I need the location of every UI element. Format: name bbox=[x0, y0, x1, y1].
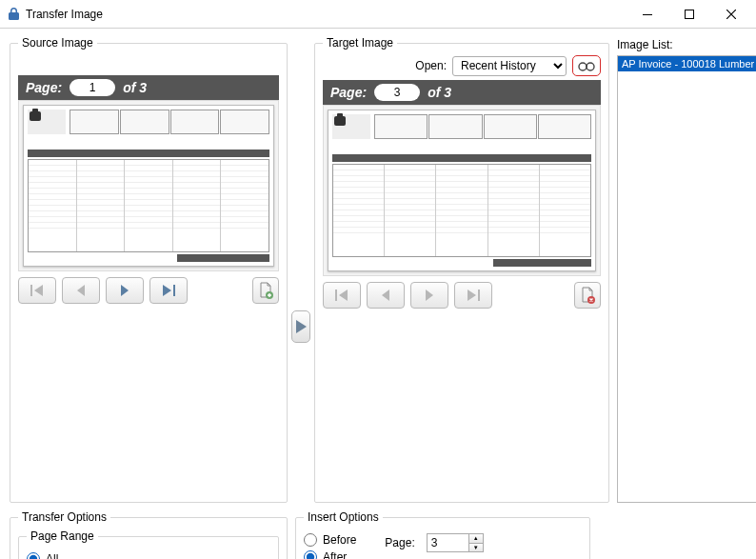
insert-before-label: Before bbox=[323, 533, 356, 547]
insert-after-label: After bbox=[323, 550, 347, 559]
insert-before-radio[interactable] bbox=[304, 533, 317, 547]
source-last-page-button[interactable] bbox=[149, 277, 188, 304]
insert-options-legend: Insert Options bbox=[304, 510, 383, 524]
svg-marker-16 bbox=[468, 289, 476, 301]
transfer-options-legend: Transfer Options bbox=[18, 510, 110, 524]
target-last-page-button[interactable] bbox=[454, 282, 492, 309]
target-next-page-button[interactable] bbox=[410, 282, 448, 309]
minimize-button[interactable] bbox=[627, 1, 668, 28]
view-button[interactable] bbox=[572, 55, 601, 76]
svg-rect-2 bbox=[30, 285, 32, 296]
source-preview bbox=[18, 100, 279, 271]
svg-point-10 bbox=[579, 63, 587, 70]
insert-page-label: Page: bbox=[385, 536, 414, 549]
svg-rect-1 bbox=[686, 10, 694, 18]
binoculars-icon bbox=[578, 60, 595, 71]
svg-point-11 bbox=[587, 63, 594, 70]
transfer-arrow-icon bbox=[291, 310, 310, 343]
insert-after-radio[interactable] bbox=[304, 550, 317, 559]
page-range-all-label: All bbox=[46, 552, 58, 559]
recent-history-select[interactable]: Recent History bbox=[452, 56, 567, 76]
insert-options-group: Insert Options Before After Page: bbox=[295, 510, 590, 559]
target-first-page-button[interactable] bbox=[323, 282, 361, 309]
target-preview bbox=[323, 105, 601, 276]
insert-page-step-down[interactable]: ▼ bbox=[469, 544, 483, 552]
target-page-of: of 3 bbox=[428, 85, 451, 100]
source-add-page-button[interactable] bbox=[252, 277, 279, 304]
svg-marker-5 bbox=[121, 285, 129, 296]
target-remove-page-button[interactable] bbox=[574, 282, 601, 309]
window-title: Transfer Image bbox=[26, 8, 627, 21]
image-list[interactable]: AP Invoice - 100018 Lumber Cuts bbox=[617, 55, 756, 503]
target-image-group: Target Image Open: Recent History Page: … bbox=[314, 36, 609, 503]
transfer-options-group: Transfer Options Page Range All Current … bbox=[10, 510, 288, 559]
lock-icon bbox=[8, 7, 20, 21]
maximize-button[interactable] bbox=[668, 1, 710, 28]
title-bar: Transfer Image bbox=[0, 0, 756, 29]
target-page-label: Page: bbox=[330, 85, 367, 100]
svg-marker-13 bbox=[339, 289, 348, 301]
list-item[interactable]: AP Invoice - 100018 Lumber Cuts bbox=[618, 56, 756, 71]
source-next-page-button[interactable] bbox=[106, 277, 144, 304]
target-page-number: 3 bbox=[374, 84, 420, 101]
svg-marker-6 bbox=[163, 285, 171, 296]
page-range-all-radio[interactable] bbox=[27, 552, 40, 559]
source-page-of: of 3 bbox=[123, 80, 147, 95]
source-first-page-button[interactable] bbox=[18, 277, 56, 304]
close-button[interactable] bbox=[710, 1, 752, 28]
source-prev-page-button[interactable] bbox=[62, 277, 100, 304]
insert-page-input[interactable] bbox=[427, 533, 468, 552]
insert-page-step-up[interactable]: ▲ bbox=[469, 534, 483, 544]
target-prev-page-button[interactable] bbox=[367, 282, 405, 309]
svg-rect-17 bbox=[478, 289, 480, 301]
svg-rect-0 bbox=[643, 14, 652, 15]
svg-marker-3 bbox=[34, 285, 43, 296]
target-page-bar: Page: 3 of 3 bbox=[323, 80, 601, 105]
page-range-legend: Page Range bbox=[27, 529, 98, 543]
source-image-group: Source Image Page: 1 of 3 bbox=[10, 36, 288, 503]
svg-marker-9 bbox=[296, 320, 307, 333]
svg-rect-12 bbox=[335, 289, 337, 301]
page-range-group: Page Range All Current Page Pages from t… bbox=[18, 529, 279, 559]
svg-marker-14 bbox=[382, 289, 389, 301]
target-legend: Target Image bbox=[323, 36, 397, 50]
image-list-label: Image List: bbox=[617, 38, 673, 51]
source-page-label: Page: bbox=[26, 80, 62, 95]
svg-rect-7 bbox=[173, 285, 175, 296]
svg-marker-4 bbox=[77, 285, 85, 296]
source-legend: Source Image bbox=[18, 36, 97, 50]
svg-marker-15 bbox=[426, 289, 433, 301]
open-label: Open: bbox=[415, 59, 447, 72]
source-page-bar: Page: 1 of 3 bbox=[18, 75, 279, 100]
source-page-number: 1 bbox=[70, 79, 115, 96]
